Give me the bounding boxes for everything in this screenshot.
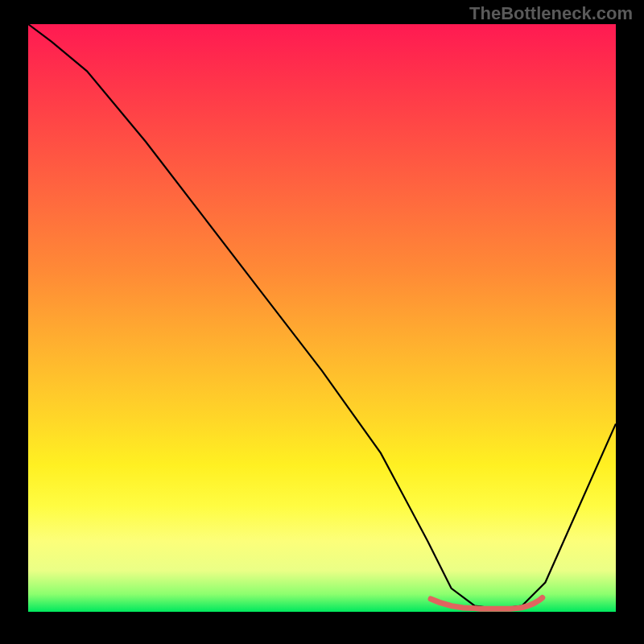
bottleneck-curve-line	[28, 24, 616, 609]
watermark-text: TheBottleneck.com	[469, 3, 633, 24]
chart-plot-area	[28, 24, 616, 612]
chart-svg	[28, 24, 616, 612]
